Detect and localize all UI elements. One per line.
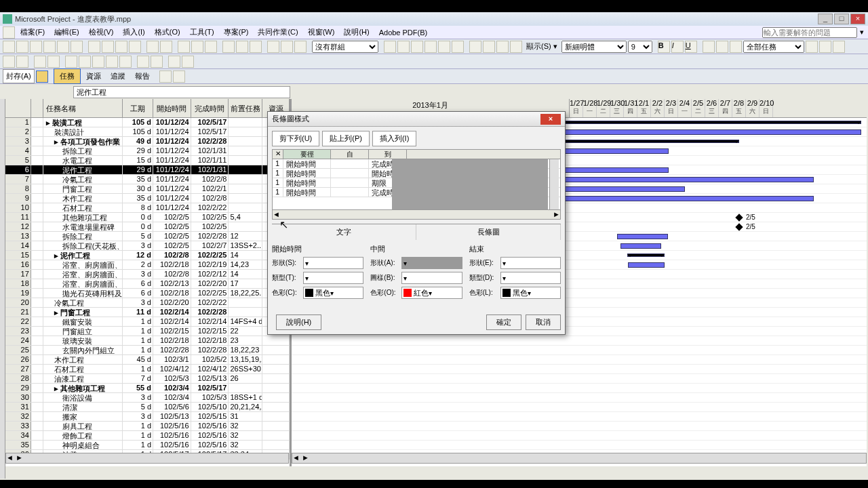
insert-row-button[interactable]: 插入列(I) <box>372 131 416 146</box>
task-row[interactable]: 10石材工程8 d101/12/24102/2/22 <box>5 203 290 213</box>
col-pred[interactable]: 前置任務 <box>229 99 262 117</box>
task-row[interactable]: 28油漆工程7 d102/5/3102/5/1326 <box>5 374 290 384</box>
assign-icon[interactable] <box>250 41 262 53</box>
task-row[interactable]: 5水電工程15 d101/12/24102/1/11 <box>5 156 290 165</box>
menu-view[interactable]: 檢視(V) <box>85 26 118 39</box>
task-row[interactable]: 6泥作工程29 d101/12/24102/1/31 <box>5 165 290 175</box>
gantt-row[interactable] <box>292 365 867 374</box>
outdent-icon[interactable] <box>3 56 15 68</box>
start-color-select[interactable]: 黑色 ▾ <box>303 287 363 299</box>
task-row[interactable]: 18浴室、廚房牆面、地...6 d102/2/13102/2/2017 <box>5 279 290 289</box>
col-duration[interactable]: 工期 <box>123 99 153 117</box>
dialog-close-button[interactable]: × <box>540 114 561 125</box>
mid-shape-select[interactable]: ▾ <box>401 257 462 269</box>
gantt-row[interactable] <box>292 403 867 412</box>
list-hscroll[interactable]: ◄► <box>272 210 561 220</box>
formula-bar[interactable]: 泥作工程 <box>73 86 290 98</box>
task-row[interactable]: 9木作工程35 d101/12/24102/2/8 <box>5 194 290 203</box>
print-icon[interactable] <box>43 41 56 53</box>
fontsize-select[interactable]: 9 <box>628 41 652 53</box>
preview-icon[interactable] <box>57 41 69 53</box>
close-button[interactable]: × <box>850 14 865 24</box>
list-vscroll[interactable] <box>549 159 559 209</box>
tab-report[interactable]: 報告 <box>131 69 154 83</box>
milestone[interactable] <box>735 223 743 230</box>
new-icon[interactable] <box>3 41 15 53</box>
view-bar[interactable] <box>0 99 5 479</box>
pct50-icon[interactable] <box>92 56 104 68</box>
gantt-row[interactable] <box>292 384 867 393</box>
col-id[interactable] <box>5 99 31 117</box>
unlink-icon[interactable] <box>191 41 203 53</box>
pdf2-icon[interactable] <box>173 70 185 83</box>
cols-icon[interactable] <box>425 41 437 53</box>
redo-icon[interactable] <box>160 41 172 53</box>
menu-insert[interactable]: 插入(I) <box>119 26 149 39</box>
underline-icon[interactable]: U <box>685 41 697 53</box>
guide-toggle-icon[interactable] <box>36 70 48 83</box>
task-row[interactable]: 2裝潢設計105 d101/12/24102/5/17 <box>5 127 290 137</box>
end-color-select[interactable]: 黑色 ▾ <box>500 287 561 299</box>
align-center-icon[interactable] <box>716 41 728 53</box>
unlink-tasks-icon[interactable] <box>47 56 60 68</box>
task-row[interactable]: 3▸ 各項工項發包作業49 d101/12/24102/2/28 <box>5 137 290 146</box>
end-shape-select[interactable]: ▾ <box>500 257 561 269</box>
task-row[interactable]: 12水電進場里程碑0 d102/2/5102/2/5 <box>5 222 290 232</box>
task-row[interactable]: 26木作工程45 d102/3/1102/5/213,15,19,25 <box>5 355 290 365</box>
task-row[interactable]: 13拆除工程5 d102/2/5102/2/2812 <box>5 232 290 241</box>
tab-tracking[interactable]: 追蹤 <box>106 69 130 83</box>
gantt-icon[interactable] <box>168 56 180 68</box>
help-search-input[interactable] <box>762 27 857 38</box>
task-row[interactable]: 11其他雜項工程0 d102/2/5102/2/55,4 <box>5 213 290 222</box>
task-bar[interactable] <box>617 234 668 239</box>
task-row[interactable]: 14拆除工程(天花板、跑...3 d102/2/5102/2/713SS+2..… <box>5 241 290 251</box>
folder-icon[interactable] <box>281 41 293 53</box>
menu-project[interactable]: 專案(P) <box>220 26 253 39</box>
col-finish[interactable]: 完成時間 <box>191 99 229 117</box>
task-bar[interactable] <box>628 262 665 268</box>
cut-icon[interactable] <box>88 41 100 53</box>
menu-file[interactable]: 檔案(F) <box>16 26 49 39</box>
down-arrow-icon[interactable] <box>510 41 522 53</box>
gantt-hscroll[interactable]: ◄ ► <box>292 453 867 464</box>
task-row[interactable]: 32搬家3 d102/5/13102/5/1531 <box>5 412 290 422</box>
col-indicator[interactable] <box>31 99 43 117</box>
bold-icon[interactable]: B <box>658 41 670 53</box>
refresh-icon[interactable] <box>294 41 307 53</box>
notes-icon[interactable] <box>236 41 248 53</box>
mid-color-select[interactable]: 紅色 ▾ <box>401 287 462 299</box>
start-type-select[interactable]: ▾ <box>303 272 363 284</box>
filter-select[interactable]: 全部任務 <box>743 41 804 53</box>
task-row[interactable]: 29▸ 其他雜項工程55 d102/3/4102/5/17 <box>5 384 290 393</box>
gantt-row[interactable] <box>292 441 867 450</box>
col-start[interactable]: 開始時間 <box>153 99 191 117</box>
zoom-in-icon[interactable] <box>384 41 396 53</box>
up-arrow-icon[interactable] <box>496 41 509 53</box>
pct25-icon[interactable] <box>79 56 91 68</box>
italic-icon[interactable]: I <box>671 41 684 53</box>
zoom-out-icon[interactable] <box>397 41 410 53</box>
gantt-row[interactable] <box>292 336 867 346</box>
task-bar[interactable] <box>620 243 661 249</box>
task-row[interactable]: 30衛浴設備3 d102/3/4102/5/318SS+1 d,26... <box>5 393 290 403</box>
task-row[interactable]: 31清潔5 d102/5/6102/5/1020,21,24,26,2... <box>5 403 290 412</box>
subtab-text[interactable]: 文字 <box>272 224 416 240</box>
menu-collab[interactable]: 共同作業(C) <box>254 26 302 39</box>
gantt-row[interactable] <box>292 422 867 431</box>
help-button[interactable]: 說明(H) <box>276 314 321 330</box>
more-icon[interactable] <box>833 41 845 53</box>
publish-icon[interactable] <box>267 41 279 53</box>
format-painter-icon[interactable] <box>129 41 141 53</box>
archive-button[interactable]: 封存(A) <box>3 69 35 83</box>
gantt-row[interactable] <box>292 374 867 384</box>
task-row[interactable]: 7冷氣工程35 d101/12/24102/2/8 <box>5 175 290 184</box>
undo-icon[interactable] <box>146 41 159 53</box>
task-row[interactable]: 34燈飾工程1 d102/5/16102/5/1632 <box>5 431 290 441</box>
pct75-icon[interactable] <box>106 56 118 68</box>
indent-icon[interactable] <box>16 56 28 68</box>
task-row[interactable]: 33廚具工程1 d102/5/16102/5/1632 <box>5 422 290 431</box>
open-icon[interactable] <box>16 41 28 53</box>
task-row[interactable]: 27石材工程1 d102/4/12102/4/1226SS+30 d <box>5 365 290 374</box>
menu-format[interactable]: 格式(O) <box>151 26 184 39</box>
task-row[interactable]: 4拆除工程29 d101/12/24102/1/31 <box>5 146 290 156</box>
